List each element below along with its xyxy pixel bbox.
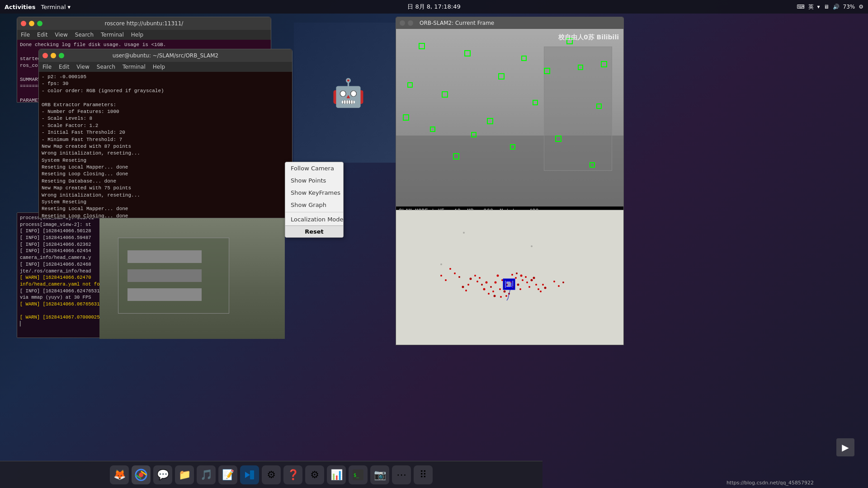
minimize-button[interactable] [51, 53, 56, 58]
menu-follow-camera[interactable]: Follow Camera [285, 162, 343, 174]
menu-edit[interactable]: Edit [35, 32, 49, 38]
taskbar-wechat[interactable]: 💬 [153, 465, 172, 484]
menu-terminal[interactable]: Terminal [99, 32, 126, 38]
minimize-button[interactable] [29, 21, 34, 26]
svg-point-43 [540, 291, 542, 292]
taskbar-terminal-dock[interactable]: $_ [349, 465, 368, 484]
orbslam-frame-titlebar: ORB-SLAM2: Current Frame [396, 17, 623, 29]
lang-indicator[interactable]: 英 [808, 3, 814, 11]
activities-button[interactable]: Activities [5, 4, 36, 10]
svg-point-26 [476, 281, 478, 282]
svg-point-15 [492, 291, 494, 292]
menu-help[interactable]: Help [129, 32, 145, 38]
min-dot[interactable] [408, 20, 413, 26]
orbslam-frame-image: 校自由人0苏 Bilibili [396, 29, 623, 206]
taskbar-chromium[interactable] [132, 465, 151, 484]
svg-point-45 [544, 287, 547, 289]
close-button[interactable] [42, 53, 48, 58]
svg-point-28 [535, 284, 537, 286]
orbslam-terminal-menubar: File Edit View Search Terminal Help [39, 62, 292, 72]
close-button[interactable] [21, 21, 26, 26]
settings-icon[interactable]: ⚙ [859, 4, 863, 10]
taskbar-monitor[interactable]: 📊 [327, 465, 346, 484]
terminal-menu[interactable]: Terminal ▾ [41, 4, 71, 10]
menu-search[interactable]: Search [73, 32, 95, 38]
svg-point-29 [538, 288, 539, 290]
menu-localization-mode[interactable]: Localization Mode [285, 213, 343, 225]
feature-point [533, 100, 538, 105]
scroll-arrow[interactable]: ▶ [836, 438, 854, 456]
feature-point [521, 56, 527, 61]
orbslam-frame-title: ORB-SLAM2: Current Frame [420, 20, 494, 26]
map-svg [396, 210, 623, 345]
menu-file[interactable]: File [19, 32, 32, 38]
menu-edit[interactable]: Edit [57, 64, 71, 70]
camera-feed [99, 212, 285, 339]
maximize-button[interactable] [37, 21, 42, 26]
feature-point [419, 43, 425, 49]
svg-point-33 [520, 275, 523, 277]
menu-help[interactable]: Help [151, 64, 167, 70]
maximize-button[interactable] [59, 53, 64, 58]
menu-show-graph[interactable]: Show Graph [285, 199, 343, 211]
feature-point [430, 127, 435, 132]
orbslam-map-viewer [396, 210, 624, 345]
svg-point-31 [511, 274, 513, 276]
svg-point-38 [505, 295, 507, 297]
roscore-titlebar: roscore http://ubuntu:11311/ [17, 17, 271, 30]
roscore-menubar: File Edit View Search Terminal Help [17, 30, 271, 40]
svg-point-37 [500, 296, 502, 298]
taskbar-more1[interactable]: ⋯ [392, 465, 411, 484]
topbar-right: ⌨ 英 ▾ 🖥 🔊 73% ⚙ [797, 3, 863, 11]
taskbar-camera[interactable]: 📷 [370, 465, 389, 484]
svg-point-35 [488, 293, 490, 295]
svg-point-48 [458, 276, 460, 278]
svg-point-27 [470, 278, 472, 280]
svg-point-30 [497, 275, 499, 277]
svg-point-24 [531, 279, 533, 282]
taskbar-docs[interactable]: 📝 [218, 465, 237, 484]
menu-search[interactable]: Search [95, 64, 117, 70]
slam-menu-popup: Follow Camera Show Points Show KeyFrames… [285, 162, 344, 238]
svg-point-16 [499, 288, 501, 290]
taskbar-music[interactable]: 🎵 [197, 465, 216, 484]
menu-terminal[interactable]: Terminal [121, 64, 147, 70]
feature-point [590, 162, 595, 168]
topbar: Activities Terminal ▾ 日 8月 8, 17:18:49 ⌨… [0, 0, 868, 14]
svg-point-17 [504, 291, 506, 293]
taskbar-vscode[interactable] [240, 465, 259, 484]
svg-point-47 [454, 272, 456, 274]
feature-point [487, 118, 493, 124]
taskbar-help[interactable]: ❓ [283, 465, 302, 484]
taskbar-files[interactable]: 📁 [175, 465, 194, 484]
svg-point-49 [553, 281, 555, 282]
orbslam-terminal-title: user@ubuntu: ~/SLAM/src/ORB_SLAM2 [113, 52, 218, 59]
menu-file[interactable]: File [41, 64, 53, 70]
taskbar: 🦊 💬 📁 🎵 📝 ⚙️ ❓ ⚙️ 📊 $_ 📷 ⋯ ⠿ [0, 461, 542, 488]
background-robot-image: 🤖 [294, 23, 402, 163]
orbslam-terminal-body[interactable]: - p2: -0.000105 - fps: 30 - color order:… [39, 72, 292, 218]
menu-view[interactable]: View [75, 64, 91, 70]
taskbar-more2[interactable]: ⠿ [414, 465, 433, 484]
watermark-text: 校自由人0苏 Bilibili [558, 33, 619, 42]
menu-reset[interactable]: Reset [285, 225, 343, 237]
close-dot[interactable] [400, 20, 405, 26]
taskbar-settings[interactable]: ⚙️ [262, 465, 281, 484]
svg-point-52 [440, 275, 442, 277]
svg-point-36 [494, 295, 496, 297]
svg-point-14 [486, 282, 488, 284]
orbslam-terminal-titlebar: user@ubuntu: ~/SLAM/src/ORB_SLAM2 [39, 49, 292, 62]
svg-point-1 [463, 232, 465, 234]
orbslam-current-frame: ORB-SLAM2: Current Frame 校自由人0苏 Bilibili… [396, 17, 624, 218]
feature-point [578, 65, 583, 70]
input-icon: ⌨ [797, 4, 804, 10]
taskbar-firefox[interactable]: 🦊 [110, 465, 129, 484]
svg-point-3 [440, 263, 442, 265]
menu-show-keyframes[interactable]: Show KeyFrames [285, 187, 343, 199]
taskbar-system[interactable]: ⚙️ [305, 465, 324, 484]
bottom-url: https://blog.csdn.net/qq_45857922 [726, 480, 814, 486]
menu-view[interactable]: View [53, 32, 69, 38]
svg-point-53 [445, 279, 447, 281]
svg-point-50 [558, 285, 560, 287]
menu-show-points[interactable]: Show Points [285, 174, 343, 187]
